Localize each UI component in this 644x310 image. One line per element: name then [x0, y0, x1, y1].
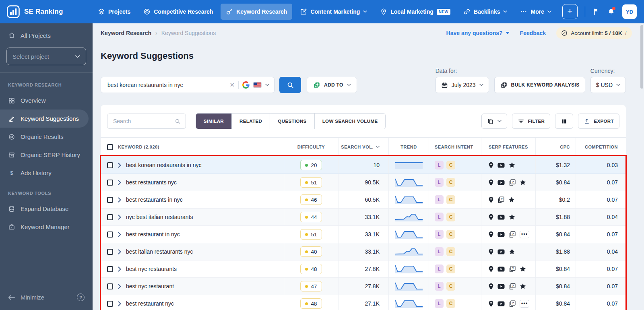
expand-row-icon[interactable] [118, 232, 121, 237]
nav-item-label: Keyword Research [236, 8, 287, 15]
serp-reviews-icon [509, 248, 515, 255]
archive-icon [8, 151, 15, 159]
nav-item-content-marketing[interactable]: Content Marketing [295, 4, 372, 20]
column-header-label: CPC [560, 145, 570, 149]
expand-row-icon[interactable] [118, 301, 121, 306]
sidebar-item-ads-history[interactable]: $Ads History [0, 164, 93, 182]
row-checkbox[interactable] [107, 249, 113, 255]
tab-questions[interactable]: QUESTIONS [270, 114, 314, 129]
select-project-dropdown[interactable]: Select project [6, 48, 86, 65]
sort-chevron-icon[interactable] [376, 146, 380, 148]
difficulty-cell: 44 [284, 209, 338, 225]
keyword-text[interactable]: best restaurants nyc [126, 179, 177, 186]
expand-row-icon[interactable] [118, 284, 121, 289]
row-checkbox[interactable] [107, 266, 113, 272]
column-header-search-vol[interactable]: SEARCH VOL. [338, 138, 388, 156]
date-picker-button[interactable]: July 2023 [436, 77, 489, 93]
nav-item-competitive-research[interactable]: Competitive Research [138, 4, 218, 20]
difficulty-cell: 48 [284, 260, 338, 277]
keyword-text[interactable]: best italian restaurants nyc [126, 248, 193, 255]
column-header-label: SEARCH INTENT [435, 145, 473, 149]
table-body: best korean restaurants in nyc2010LC$1.3… [101, 157, 626, 310]
sidebar-item-organic-results[interactable]: Organic Results [0, 128, 93, 146]
whats-new-flag-icon[interactable] [592, 8, 600, 16]
main-area: Keyword Research › Keyword Suggestions H… [93, 23, 644, 310]
trend-cell [388, 295, 429, 310]
serp-features-cell: ?••• [481, 226, 535, 243]
table-search-input[interactable] [112, 118, 171, 125]
expand-row-icon[interactable] [118, 197, 121, 203]
select-all-checkbox[interactable] [107, 144, 113, 150]
sidebar-item-keyword-suggestions[interactable]: Keyword Suggestions [0, 110, 89, 128]
row-checkbox[interactable] [107, 214, 113, 220]
bulk-keyword-analysis-button[interactable]: BULK KEYWORD ANALYSIS [494, 77, 585, 93]
expand-row-icon[interactable] [118, 215, 121, 220]
keyword-text[interactable]: best nyc restaurant [126, 283, 174, 289]
keyword-text[interactable]: best restaurant in nyc [126, 231, 180, 238]
sidebar-item-overview[interactable]: Overview [0, 91, 93, 110]
google-icon[interactable] [242, 81, 250, 89]
expand-row-icon[interactable] [118, 267, 121, 272]
row-checkbox[interactable] [107, 180, 113, 186]
keyword-query-input[interactable] [107, 81, 226, 89]
sidebar-item-expand-database[interactable]: Expand Database [0, 200, 93, 218]
tab-low-search-volume[interactable]: LOW SEARCH VOLUME [314, 114, 386, 129]
create-new-button[interactable]: + [562, 4, 578, 19]
nav-right: + YD [562, 4, 637, 19]
nav-item-projects[interactable]: Projects [93, 4, 136, 20]
export-button[interactable]: EXPORT [578, 114, 619, 129]
intent-badge-l: L [435, 230, 444, 239]
sidebar-item-all-projects[interactable]: All Projects [0, 27, 93, 44]
tab-similar[interactable]: SIMILAR [196, 114, 231, 129]
minimize-button[interactable]: Minimize [8, 294, 44, 301]
keyword-text[interactable]: best korean restaurants in nyc [126, 162, 202, 168]
avatar[interactable]: YD [622, 4, 637, 19]
table-header-row: KEYWORD (2,020)DIFFICULTYSEARCH VOL.TREN… [101, 137, 626, 157]
keyword-text[interactable]: best restaurants in nyc [126, 196, 183, 203]
help-icon[interactable]: ? [77, 293, 85, 301]
row-checkbox[interactable] [107, 162, 113, 168]
keyword-text[interactable]: nyc best italian restaurants [126, 214, 193, 220]
nav-item-backlinks[interactable]: Backlinks [458, 4, 512, 20]
expand-row-icon[interactable] [118, 180, 121, 185]
row-checkbox[interactable] [107, 231, 113, 238]
nav-item-local-marketing[interactable]: Local MarketingNEW [375, 4, 456, 20]
row-checkbox[interactable] [107, 197, 113, 203]
export-label: EXPORT [594, 119, 614, 124]
tab-related[interactable]: RELATED [231, 114, 270, 129]
nav-item-keyword-research[interactable]: Keyword Research [221, 4, 292, 20]
intent-badge-l: L [435, 265, 444, 273]
clear-input-icon[interactable]: ✕ [229, 81, 235, 89]
chevron-down-icon [347, 84, 351, 86]
minimize-label: Minimize [21, 294, 44, 301]
us-flag-icon[interactable] [253, 82, 262, 88]
chevron-down-icon[interactable] [265, 84, 269, 86]
currency-dropdown[interactable]: $ USD [590, 77, 626, 93]
nav-divider [585, 6, 585, 17]
expand-row-icon[interactable] [118, 249, 121, 254]
search-button[interactable] [279, 77, 301, 93]
filter-button[interactable]: FILTER [512, 114, 551, 129]
serp-faq-icon: ? [509, 231, 516, 238]
row-checkbox[interactable] [107, 301, 113, 307]
have-questions-link[interactable]: Have any questions? [446, 30, 510, 36]
columns-button[interactable] [555, 114, 573, 129]
expand-row-icon[interactable] [118, 163, 121, 168]
nav-item-more[interactable]: More [515, 4, 556, 20]
breadcrumb-parent[interactable]: Keyword Research [101, 30, 151, 36]
serp-more-icon[interactable]: ••• [520, 300, 529, 308]
keyword-text[interactable]: best restaurant nyc [126, 300, 174, 307]
sidebar-item-organic-serp-history[interactable]: Organic SERP History [0, 146, 93, 164]
row-checkbox[interactable] [107, 283, 113, 289]
add-to-button[interactable]: ADD TO [307, 77, 357, 93]
serp-reviews-icon [520, 179, 526, 186]
intent-badge-c: C [446, 299, 455, 308]
notifications-bell-icon[interactable] [607, 8, 615, 16]
keyword-text[interactable]: best nyc restaurants [126, 266, 177, 272]
copy-button[interactable] [481, 114, 507, 129]
page-scrollbar[interactable] [640, 25, 643, 89]
brand[interactable]: SE Ranking [6, 5, 93, 19]
serp-more-icon[interactable]: ••• [520, 231, 529, 238]
sidebar-item-keyword-manager[interactable]: Keyword Manager [0, 218, 93, 236]
feedback-link[interactable]: Feedback [520, 30, 546, 36]
